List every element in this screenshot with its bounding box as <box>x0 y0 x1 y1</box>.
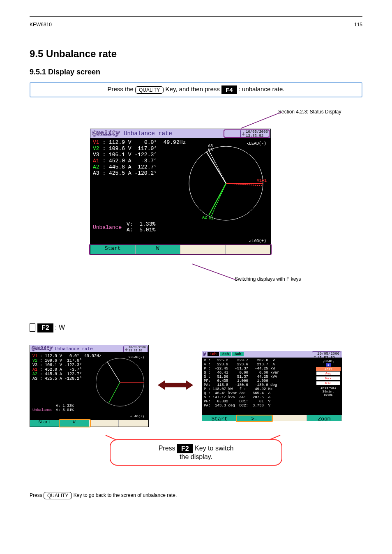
start-button-small[interactable]: Start <box>30 420 60 427</box>
vector-button[interactable]: >- <box>237 415 272 421</box>
tab-1ch[interactable]: 1ch <box>208 352 219 356</box>
subsection-heading: 9.5.1 Display screen <box>30 68 362 76</box>
device-body: V1 : 112.9 V 0.0° 49.92Hz V2 : 109.6 V 1… <box>90 138 270 245</box>
min-button[interactable]: Min <box>316 381 341 385</box>
bidirectional-arrow <box>157 380 194 392</box>
svg-marker-18 <box>158 381 194 390</box>
svg-line-13 <box>192 264 237 280</box>
w-side-panel: ┌LOAD┐ 1 Inst Avg Max Min Interval 30min… <box>316 359 341 397</box>
start-button[interactable]: Start <box>90 245 136 254</box>
f2-key: F2 <box>37 323 53 332</box>
quality-logo: Quality <box>92 130 120 137</box>
section-heading: 9.5 Unbalance rate <box>30 48 362 60</box>
w-button-small[interactable]: W <box>60 420 89 427</box>
device-screen-small-left: Quality Unbalance rate ⏚10/05/200613:53:… <box>30 345 149 427</box>
f2-heading: F2 : W <box>30 324 65 331</box>
tab-2ch[interactable]: 2ch <box>220 352 231 356</box>
annot-status: Section 4.2.3: Status Display <box>278 109 341 115</box>
inst-button[interactable]: Inst <box>316 367 341 371</box>
svg-text:V2: V2 <box>209 216 214 221</box>
device-screen-small-right: W 1ch 2ch 3ch ⏚10/05/200613:53:52 V : 22… <box>202 351 342 421</box>
quality-key-foot: QUALITY <box>44 492 72 499</box>
clock-box: ⏚ 10/05/200613:53:52 <box>240 129 270 139</box>
page-number: 115 <box>354 22 362 28</box>
lag-label: ↙LAG(+) <box>249 239 266 244</box>
f2-key-callout: F2 <box>177 444 193 453</box>
f4-key: F4 <box>221 85 237 94</box>
vector-diagram: V1A1 V2 A2 V3 A3 <box>185 142 267 224</box>
callout-box: Press F2 Key to switch the display. <box>110 439 282 466</box>
doc-title: KEW6310 <box>30 22 52 28</box>
fbtn-blank1 <box>180 245 226 254</box>
device-function-bar: Start W <box>90 245 270 254</box>
avg-button[interactable]: Avg <box>316 371 341 376</box>
max-button[interactable]: Max <box>316 376 341 381</box>
svg-text:A3: A3 <box>208 144 213 148</box>
instruction-box: Press the QUALITY Key, and then press F4… <box>30 82 362 97</box>
unbalance-values: Unbalance V: 1.33% A: 5.01% <box>93 222 155 234</box>
footnote: Press QUALITY Key to go back to the scre… <box>30 492 362 499</box>
svg-line-17 <box>107 362 120 382</box>
fbtn-blank2 <box>226 245 271 254</box>
svg-text:A2: A2 <box>202 215 207 220</box>
device-screen-large: Quality Unbalance rate ⏚ 10/05/200613:53… <box>90 129 271 254</box>
quality-key: QUALITY <box>135 86 164 94</box>
annot-fkey: Switching displays with F keys <box>235 276 301 282</box>
plug-icon: ⏚ <box>242 132 245 137</box>
screen-title: Unbalance rate <box>124 130 172 137</box>
svg-line-6 <box>206 152 226 183</box>
svg-text:V1A1: V1A1 <box>257 178 267 183</box>
zoom-button[interactable]: Zoom <box>307 415 342 421</box>
svg-line-7 <box>209 150 226 183</box>
svg-line-0 <box>241 112 282 128</box>
svg-text:V3: V3 <box>208 148 213 152</box>
svg-line-4 <box>209 183 226 215</box>
annot-fkey-arrow <box>188 262 241 284</box>
w-start-button[interactable]: Start <box>202 415 237 421</box>
svg-line-16 <box>109 382 120 403</box>
device-titlebar: Quality Unbalance rate ⏚ 10/05/200613:53… <box>90 129 270 138</box>
w-button[interactable]: W <box>136 245 181 254</box>
tab-3ch[interactable]: 3ch <box>232 352 244 356</box>
